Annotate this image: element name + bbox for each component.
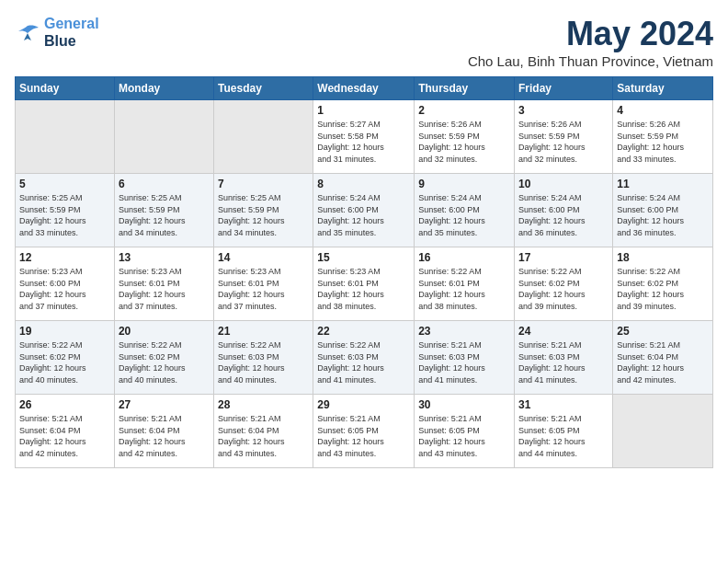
calendar-cell: [114, 100, 213, 174]
day-info: Sunrise: 5:22 AM Sunset: 6:02 PM Dayligh…: [119, 339, 210, 385]
day-info: Sunrise: 5:23 AM Sunset: 6:01 PM Dayligh…: [218, 266, 309, 312]
calendar-cell: [16, 100, 115, 174]
calendar-cell: 21Sunrise: 5:22 AM Sunset: 6:03 PM Dayli…: [214, 321, 313, 395]
day-info: Sunrise: 5:24 AM Sunset: 6:00 PM Dayligh…: [418, 192, 510, 238]
day-info: Sunrise: 5:24 AM Sunset: 6:00 PM Dayligh…: [317, 192, 410, 238]
day-info: Sunrise: 5:21 AM Sunset: 6:04 PM Dayligh…: [617, 339, 709, 385]
calendar-cell: 3Sunrise: 5:26 AM Sunset: 5:59 PM Daylig…: [515, 100, 613, 174]
day-number: 31: [518, 398, 609, 411]
day-info: Sunrise: 5:21 AM Sunset: 6:05 PM Dayligh…: [518, 413, 609, 459]
column-header-tuesday: Tuesday: [214, 77, 313, 100]
day-number: 27: [119, 398, 210, 411]
logo-icon: [15, 22, 40, 42]
day-info: Sunrise: 5:21 AM Sunset: 6:03 PM Dayligh…: [518, 339, 609, 385]
day-number: 10: [518, 178, 609, 190]
day-number: 11: [617, 178, 709, 190]
day-number: 29: [317, 398, 410, 411]
day-info: Sunrise: 5:23 AM Sunset: 6:00 PM Dayligh…: [19, 266, 110, 312]
calendar-cell: 30Sunrise: 5:21 AM Sunset: 6:05 PM Dayli…: [415, 395, 515, 468]
calendar-cell: 28Sunrise: 5:21 AM Sunset: 6:04 PM Dayli…: [214, 395, 313, 468]
calendar-cell: 1Sunrise: 5:27 AM Sunset: 5:58 PM Daylig…: [313, 100, 415, 174]
month-title: May 2024: [468, 15, 713, 53]
day-number: 4: [617, 104, 709, 117]
calendar-cell: 24Sunrise: 5:21 AM Sunset: 6:03 PM Dayli…: [515, 321, 613, 395]
calendar-cell: 4Sunrise: 5:26 AM Sunset: 5:59 PM Daylig…: [613, 100, 713, 174]
day-info: Sunrise: 5:23 AM Sunset: 6:01 PM Dayligh…: [317, 266, 410, 312]
calendar-cell: 23Sunrise: 5:21 AM Sunset: 6:03 PM Dayli…: [415, 321, 515, 395]
calendar-cell: 14Sunrise: 5:23 AM Sunset: 6:01 PM Dayli…: [214, 247, 313, 321]
day-number: 7: [218, 178, 309, 190]
day-number: 22: [317, 325, 410, 338]
column-header-friday: Friday: [515, 77, 613, 100]
day-info: Sunrise: 5:23 AM Sunset: 6:01 PM Dayligh…: [119, 266, 210, 312]
day-info: Sunrise: 5:26 AM Sunset: 5:59 PM Dayligh…: [518, 119, 609, 165]
calendar-cell: 25Sunrise: 5:21 AM Sunset: 6:04 PM Dayli…: [613, 321, 713, 395]
day-number: 8: [317, 178, 410, 190]
calendar-table: SundayMondayTuesdayWednesdayThursdayFrid…: [15, 76, 713, 468]
column-header-sunday: Sunday: [16, 77, 115, 100]
day-info: Sunrise: 5:21 AM Sunset: 6:04 PM Dayligh…: [218, 413, 309, 459]
calendar-cell: 12Sunrise: 5:23 AM Sunset: 6:00 PM Dayli…: [16, 247, 115, 321]
calendar-cell: 29Sunrise: 5:21 AM Sunset: 6:05 PM Dayli…: [313, 395, 415, 468]
calendar-cell: 18Sunrise: 5:22 AM Sunset: 6:02 PM Dayli…: [613, 247, 713, 321]
day-info: Sunrise: 5:22 AM Sunset: 6:02 PM Dayligh…: [518, 266, 609, 312]
day-number: 9: [418, 178, 510, 190]
day-info: Sunrise: 5:24 AM Sunset: 6:00 PM Dayligh…: [617, 192, 709, 238]
calendar-cell: 15Sunrise: 5:23 AM Sunset: 6:01 PM Dayli…: [313, 247, 415, 321]
calendar-cell: 20Sunrise: 5:22 AM Sunset: 6:02 PM Dayli…: [114, 321, 213, 395]
calendar-cell: 17Sunrise: 5:22 AM Sunset: 6:02 PM Dayli…: [515, 247, 613, 321]
calendar-cell: 11Sunrise: 5:24 AM Sunset: 6:00 PM Dayli…: [613, 174, 713, 247]
calendar-cell: 5Sunrise: 5:25 AM Sunset: 5:59 PM Daylig…: [16, 174, 115, 247]
calendar-cell: 7Sunrise: 5:25 AM Sunset: 5:59 PM Daylig…: [214, 174, 313, 247]
day-number: 23: [418, 325, 510, 338]
day-number: 12: [19, 251, 110, 264]
column-header-saturday: Saturday: [613, 77, 713, 100]
day-info: Sunrise: 5:25 AM Sunset: 5:59 PM Dayligh…: [19, 192, 110, 238]
calendar-week-1: 1Sunrise: 5:27 AM Sunset: 5:58 PM Daylig…: [16, 100, 713, 174]
calendar-header-row: SundayMondayTuesdayWednesdayThursdayFrid…: [16, 77, 713, 100]
column-header-wednesday: Wednesday: [313, 77, 415, 100]
calendar-week-5: 26Sunrise: 5:21 AM Sunset: 6:04 PM Dayli…: [16, 395, 713, 468]
calendar-cell: 22Sunrise: 5:22 AM Sunset: 6:03 PM Dayli…: [313, 321, 415, 395]
day-number: 2: [418, 104, 510, 117]
day-info: Sunrise: 5:21 AM Sunset: 6:04 PM Dayligh…: [119, 413, 210, 459]
day-info: Sunrise: 5:24 AM Sunset: 6:00 PM Dayligh…: [518, 192, 609, 238]
calendar-cell: [214, 100, 313, 174]
calendar-cell: 27Sunrise: 5:21 AM Sunset: 6:04 PM Dayli…: [114, 395, 213, 468]
day-info: Sunrise: 5:21 AM Sunset: 6:05 PM Dayligh…: [317, 413, 410, 459]
day-info: Sunrise: 5:22 AM Sunset: 6:02 PM Dayligh…: [19, 339, 110, 385]
calendar-cell: 31Sunrise: 5:21 AM Sunset: 6:05 PM Dayli…: [515, 395, 613, 468]
day-info: Sunrise: 5:25 AM Sunset: 5:59 PM Dayligh…: [218, 192, 309, 238]
day-number: 17: [518, 251, 609, 264]
day-number: 20: [119, 325, 210, 338]
calendar-cell: 10Sunrise: 5:24 AM Sunset: 6:00 PM Dayli…: [515, 174, 613, 247]
day-info: Sunrise: 5:21 AM Sunset: 6:04 PM Dayligh…: [19, 413, 110, 459]
logo: General Blue: [15, 15, 99, 50]
day-number: 3: [518, 104, 609, 117]
day-number: 25: [617, 325, 709, 338]
column-header-monday: Monday: [114, 77, 213, 100]
day-info: Sunrise: 5:25 AM Sunset: 5:59 PM Dayligh…: [119, 192, 210, 238]
column-header-thursday: Thursday: [415, 77, 515, 100]
day-number: 18: [617, 251, 709, 264]
day-info: Sunrise: 5:22 AM Sunset: 6:03 PM Dayligh…: [218, 339, 309, 385]
title-block: May 2024 Cho Lau, Binh Thuan Province, V…: [468, 15, 713, 69]
day-info: Sunrise: 5:26 AM Sunset: 5:59 PM Dayligh…: [617, 119, 709, 165]
day-number: 16: [418, 251, 510, 264]
day-number: 26: [19, 398, 110, 411]
day-number: 14: [218, 251, 309, 264]
calendar-week-2: 5Sunrise: 5:25 AM Sunset: 5:59 PM Daylig…: [16, 174, 713, 247]
logo-text: General Blue: [44, 15, 99, 50]
calendar-week-4: 19Sunrise: 5:22 AM Sunset: 6:02 PM Dayli…: [16, 321, 713, 395]
day-info: Sunrise: 5:27 AM Sunset: 5:58 PM Dayligh…: [317, 119, 410, 165]
day-info: Sunrise: 5:21 AM Sunset: 6:05 PM Dayligh…: [418, 413, 510, 459]
day-number: 13: [119, 251, 210, 264]
calendar-week-3: 12Sunrise: 5:23 AM Sunset: 6:00 PM Dayli…: [16, 247, 713, 321]
day-info: Sunrise: 5:22 AM Sunset: 6:02 PM Dayligh…: [617, 266, 709, 312]
day-number: 30: [418, 398, 510, 411]
day-info: Sunrise: 5:26 AM Sunset: 5:59 PM Dayligh…: [418, 119, 510, 165]
calendar-cell: 2Sunrise: 5:26 AM Sunset: 5:59 PM Daylig…: [415, 100, 515, 174]
calendar-cell: [613, 395, 713, 468]
day-info: Sunrise: 5:22 AM Sunset: 6:03 PM Dayligh…: [317, 339, 410, 385]
calendar-cell: 26Sunrise: 5:21 AM Sunset: 6:04 PM Dayli…: [16, 395, 115, 468]
